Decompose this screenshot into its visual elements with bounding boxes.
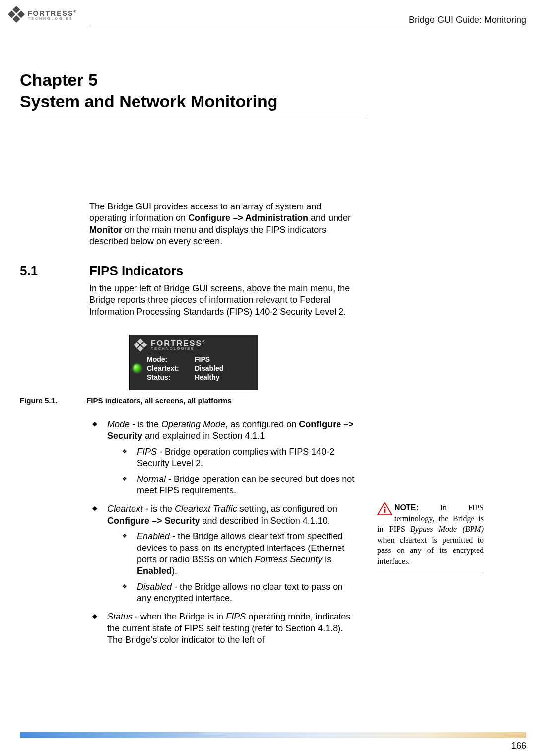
fips-indicator-screenshot: FORTRESS® TECHNOLOGIES Mode: FIPS Cleart… <box>129 335 258 390</box>
ui-path: Configure –> Security <box>107 516 200 526</box>
list-subitem: FIPS - Bridge operation complies with FI… <box>119 446 357 470</box>
term: Operating Mode <box>161 419 225 429</box>
text: - is the <box>130 419 161 429</box>
svg-marker-2 <box>8 10 15 18</box>
list-item-status: Status - when the Bridge is in FIPS oper… <box>89 611 357 646</box>
term: Mode <box>107 419 130 429</box>
fips-row-label: Cleartext: <box>147 364 195 372</box>
figure-caption-text: FIPS indicators, all screens, all platfo… <box>86 396 232 405</box>
term: Bypass Mode (BPM) <box>410 525 484 533</box>
figure-number: Figure 5.1. <box>20 396 84 405</box>
svg-rect-10 <box>384 509 386 513</box>
bullet-list: Mode - is the Operating Mode, as configu… <box>89 412 357 646</box>
fortress-diamond-icon <box>7 5 26 24</box>
text: and under <box>308 213 351 223</box>
registered-mark: ® <box>73 9 76 13</box>
brand-name: FORTRESS <box>28 9 73 17</box>
list-subitem: Enabled - the Bridge allows clear text f… <box>119 531 357 577</box>
text: ). <box>172 566 177 576</box>
text: setting, as configured on <box>237 504 337 514</box>
term: Status <box>107 612 133 621</box>
header-rule <box>89 27 526 27</box>
svg-marker-3 <box>17 10 25 18</box>
warning-info-icon <box>377 502 392 515</box>
page-number: 166 <box>511 741 526 751</box>
note-label: NOTE: <box>394 503 419 512</box>
note-rule <box>377 572 484 572</box>
section-paragraph: In the upper left of Bridge GUI screens,… <box>89 283 357 318</box>
svg-point-9 <box>384 507 385 508</box>
list-subitem: Disabled - the Bridge allows no clear te… <box>119 581 357 605</box>
ui-path-monitor: Monitor <box>89 225 122 235</box>
svg-marker-7 <box>141 342 147 348</box>
list-subitem: Normal - Bridge operation can be secured… <box>119 474 357 497</box>
term: Disabled <box>137 582 172 592</box>
list-item-mode: Mode - is the Operating Mode, as configu… <box>89 419 357 496</box>
text: - is the <box>143 504 175 514</box>
list-item-cleartext: Cleartext - is the Cleartext Traffic set… <box>89 503 357 604</box>
ui-path-configure: Configure <box>188 213 230 223</box>
brand-text: FORTRESS® TECHNOLOGIES <box>28 9 76 20</box>
svg-marker-6 <box>134 342 140 348</box>
svg-marker-4 <box>137 339 143 344</box>
term: Enabled <box>137 531 170 541</box>
intro-paragraph: The Bridge GUI provides access to an arr… <box>89 201 357 248</box>
svg-marker-0 <box>12 6 20 13</box>
footer-gradient-bar <box>20 732 526 738</box>
svg-marker-5 <box>137 346 143 352</box>
svg-marker-1 <box>12 15 20 23</box>
figure-caption: Figure 5.1. FIPS indicators, all screens… <box>20 396 232 405</box>
text: - Bridge operation can be secured but do… <box>137 474 354 495</box>
chapter-number: Chapter 5 <box>20 69 511 91</box>
text: - Bridge operation complies with FIPS 14… <box>137 447 334 468</box>
brand-logo: FORTRESS® TECHNOLOGIES <box>7 5 76 24</box>
term: Cleartext Traffic <box>175 504 237 514</box>
status-led-icon <box>133 364 141 372</box>
text: when cleartext is permitted to pass on a… <box>377 536 484 565</box>
chapter-rule <box>20 117 367 117</box>
chapter-heading: Chapter 5 System and Network Monitoring <box>20 69 511 117</box>
fips-row-value: Disabled <box>195 364 254 372</box>
page-header: FORTRESS® TECHNOLOGIES Bridge GUI Guide:… <box>0 5 541 30</box>
registered-mark: ® <box>202 339 205 344</box>
screenshot-logo-row: FORTRESS® TECHNOLOGIES <box>129 335 258 352</box>
screenshot-brand-text: FORTRESS® TECHNOLOGIES <box>151 339 205 351</box>
ui-label: Enabled <box>137 566 172 576</box>
section-number: 5.1 <box>20 263 74 278</box>
ui-path-arrow: –> <box>230 213 245 223</box>
text: and described in Section 4.1.10. <box>200 516 330 526</box>
fips-status-grid: Mode: FIPS Cleartext: Disabled Status: H… <box>129 352 258 385</box>
text: , as configured on <box>225 419 299 429</box>
fips-row-value: FIPS <box>195 355 254 363</box>
fips-row-label: Status: <box>147 373 195 381</box>
text: on the main menu and displays the FIPS i… <box>89 225 326 246</box>
term: FIPS <box>226 612 246 621</box>
fortress-diamond-icon <box>133 338 148 352</box>
fips-row-label: Mode: <box>147 355 195 363</box>
brand-subtitle: TECHNOLOGIES <box>28 17 76 20</box>
text: and explained in Section 4.1.1 <box>142 431 265 441</box>
chapter-title: System and Network Monitoring <box>20 91 511 112</box>
term: Fortress Security <box>255 554 322 564</box>
fips-row-value: Healthy <box>195 373 254 381</box>
ui-path-administration: Administration <box>245 213 308 223</box>
term: Normal <box>137 474 166 484</box>
text: - when the Bridge is in <box>133 612 226 621</box>
term: FIPS <box>137 447 157 457</box>
section-heading: 5.1 FIPS Indicators <box>20 263 183 278</box>
text: is <box>322 554 331 564</box>
document-title: Bridge GUI Guide: Monitoring <box>409 15 526 25</box>
term: Cleartext <box>107 504 143 514</box>
page: FORTRESS® TECHNOLOGIES Bridge GUI Guide:… <box>0 0 541 756</box>
section-title: FIPS Indicators <box>89 263 183 278</box>
margin-note: NOTE: In FIPS terminology, the Bridge is… <box>377 502 484 572</box>
